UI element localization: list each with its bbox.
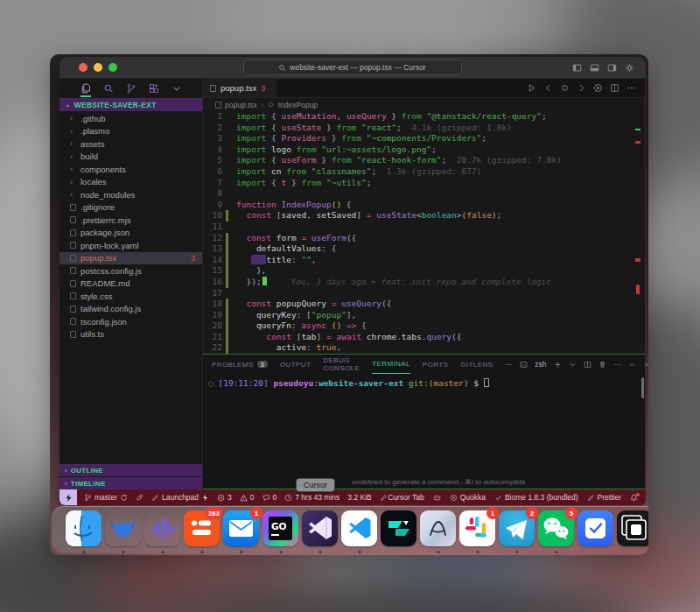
dock-app-goland[interactable]: GO bbox=[261, 510, 300, 554]
zoom-window-button[interactable] bbox=[108, 63, 117, 72]
dock-app-wechat[interactable]: 5 bbox=[536, 510, 576, 554]
problem-count-badge: 3 bbox=[191, 254, 195, 263]
kill-terminal-icon[interactable] bbox=[598, 361, 606, 369]
nav-forward-icon[interactable] bbox=[577, 83, 586, 93]
diff-gutter bbox=[226, 222, 228, 233]
toggle-secondary-sidebar-icon[interactable] bbox=[607, 63, 617, 73]
terminal-scrollbar[interactable] bbox=[641, 377, 644, 398]
sync-icon bbox=[120, 494, 128, 502]
explorer-tab-icon[interactable] bbox=[80, 83, 91, 94]
tab-popup-tsx[interactable]: popup.tsx 3 bbox=[203, 79, 276, 97]
wakatime[interactable]: 7 hrs 43 mins bbox=[284, 493, 340, 502]
biome[interactable]: Biome 1.8.3 (bundled) bbox=[494, 493, 578, 502]
launch-rocket[interactable] bbox=[136, 494, 144, 502]
launchpad[interactable]: Launchpad bbox=[151, 493, 209, 502]
file-size[interactable]: 3.2 KiB bbox=[347, 493, 371, 502]
panel-tab-terminal[interactable]: TERMINAL bbox=[372, 355, 410, 374]
new-terminal-icon[interactable] bbox=[554, 361, 562, 369]
code-line-13: 13 defaultValues: { bbox=[203, 243, 645, 255]
outline-section-header[interactable]: › OUTLINE bbox=[60, 464, 202, 476]
quokka[interactable]: Quokka bbox=[450, 493, 486, 502]
panel-tab-output[interactable]: OUTPUT bbox=[280, 355, 311, 374]
split-terminal-icon[interactable] bbox=[584, 361, 592, 369]
notifications[interactable] bbox=[630, 494, 638, 502]
more-views-chevron-icon[interactable] bbox=[172, 83, 182, 94]
split-editor-icon[interactable] bbox=[610, 83, 620, 93]
dock-app-audio-app[interactable] bbox=[143, 510, 182, 554]
tree-item-pnpm-lock-yaml[interactable]: pnpm-lock.yaml bbox=[60, 239, 202, 252]
dock-app-arc[interactable] bbox=[418, 510, 458, 554]
breadcrumb-file[interactable]: popup.tsx bbox=[225, 101, 257, 109]
dock-app-mail[interactable]: 1 bbox=[221, 510, 261, 554]
line-number: 2 bbox=[203, 123, 226, 134]
dock-app-telegram[interactable]: 2 bbox=[497, 510, 536, 554]
tree-item--gitignore[interactable]: .gitignore bbox=[60, 201, 202, 215]
tree-item-locales[interactable]: ›locales bbox=[60, 176, 202, 189]
dock-app-finder[interactable] bbox=[64, 510, 103, 554]
timeline-section-header[interactable]: › TIMELINE bbox=[60, 477, 202, 489]
tree-item--prettierrc-mjs[interactable]: .prettierrc.mjs bbox=[60, 214, 202, 227]
dock-app-stacks[interactable] bbox=[615, 510, 648, 554]
settings-gear-icon[interactable] bbox=[625, 63, 634, 73]
tree-item-build[interactable]: ›build bbox=[60, 151, 202, 164]
more-actions-icon[interactable] bbox=[626, 83, 636, 93]
tree-item-tsconfig-json[interactable]: tsconfig.json bbox=[60, 315, 202, 328]
tree-item-readme-md[interactable]: README.md bbox=[60, 278, 202, 291]
command-center[interactable]: website-saver-ext — popup.tsx — Cursor bbox=[243, 60, 462, 75]
terminal[interactable]: ○ [19:11:20] pseudoyu:website-saver-ext … bbox=[203, 374, 645, 489]
close-panel-icon[interactable] bbox=[643, 361, 648, 369]
dock-app-things[interactable] bbox=[576, 510, 615, 554]
minimize-window-button[interactable] bbox=[94, 63, 102, 72]
dock-app-vscode[interactable] bbox=[340, 510, 379, 554]
record-icon[interactable] bbox=[560, 83, 570, 93]
dock-app-reeder[interactable]: 283 bbox=[182, 510, 221, 554]
extensions-tab-icon[interactable] bbox=[149, 83, 159, 94]
explorer-sidebar: ⌄ WEBSITE-SAVER-EXT ›.github›.plasmo›ass… bbox=[60, 79, 203, 489]
tree-item-components[interactable]: ›components bbox=[60, 163, 202, 176]
maximize-panel-icon[interactable] bbox=[628, 361, 636, 369]
panel-tab-debug-console[interactable]: DEBUG CONSOLE bbox=[323, 355, 360, 374]
tree-item-style-css[interactable]: style.css bbox=[60, 290, 202, 303]
dock-app-fox-app[interactable] bbox=[103, 510, 143, 554]
run-code-icon[interactable] bbox=[527, 83, 536, 93]
project-root-header[interactable]: ⌄ WEBSITE-SAVER-EXT bbox=[60, 98, 202, 111]
search-tab-icon[interactable] bbox=[103, 83, 114, 94]
problems-errors[interactable]: 3 bbox=[217, 493, 232, 502]
panel-tab-problems[interactable]: PROBLEMS3 bbox=[212, 355, 268, 374]
cursor-tab[interactable]: Cursor Tab bbox=[388, 493, 424, 502]
close-window-button[interactable] bbox=[79, 63, 88, 72]
tree-item-package-json[interactable]: package.json bbox=[60, 227, 202, 240]
remote-indicator[interactable] bbox=[60, 489, 77, 505]
run-debug-icon[interactable] bbox=[593, 83, 603, 93]
breadcrumb[interactable]: popup.tsx › IndexPopup bbox=[203, 98, 645, 111]
overview-ruler[interactable] bbox=[634, 111, 645, 354]
breadcrumb-symbol[interactable]: IndexPopup bbox=[278, 101, 318, 109]
tree-item-popup-tsx[interactable]: popup.tsx3 bbox=[60, 252, 202, 265]
problems-warnings[interactable]: 0 bbox=[240, 493, 255, 502]
terminal-profiles-chevron-icon[interactable] bbox=[569, 361, 577, 369]
tree-item-utils-ts[interactable]: utils.ts bbox=[60, 328, 202, 341]
toggle-panel-icon[interactable] bbox=[590, 63, 599, 73]
tree-item-postcss-config-js[interactable]: postcss.config.js bbox=[60, 264, 202, 278]
git-branch[interactable]: master bbox=[84, 493, 128, 502]
tree-item-node-modules[interactable]: ›node_modules bbox=[60, 188, 202, 201]
copilot[interactable] bbox=[433, 494, 441, 502]
code-editor[interactable]: 1import { useMutation, useQuery } from "… bbox=[203, 111, 645, 354]
toggle-primary-sidebar-icon[interactable] bbox=[572, 63, 582, 73]
feedback[interactable]: 0 bbox=[262, 493, 277, 502]
tree-item-assets[interactable]: ›assets bbox=[60, 137, 202, 151]
dock-app-warp[interactable] bbox=[379, 510, 418, 554]
nav-back-icon[interactable] bbox=[543, 83, 553, 93]
panel-tab-gitlens[interactable]: GITLENS bbox=[460, 355, 493, 374]
terminal-more-icon[interactable] bbox=[613, 361, 621, 369]
source-control-tab-icon[interactable] bbox=[126, 83, 136, 94]
dock-app-slack[interactable]: 1 bbox=[458, 510, 497, 554]
tree-item--github[interactable]: ›.github bbox=[60, 112, 202, 125]
panel-tab-ports[interactable]: PORTS bbox=[423, 355, 448, 374]
prettier[interactable]: Prettier bbox=[587, 493, 621, 502]
tree-item--plasmo[interactable]: ›.plasmo bbox=[60, 125, 202, 138]
dock-app-cursor[interactable] bbox=[300, 510, 340, 554]
shell-icon[interactable] bbox=[520, 361, 528, 369]
panel-more-icon[interactable] bbox=[505, 361, 513, 369]
tree-item-tailwind-config-js[interactable]: tailwind.config.js bbox=[60, 303, 202, 316]
